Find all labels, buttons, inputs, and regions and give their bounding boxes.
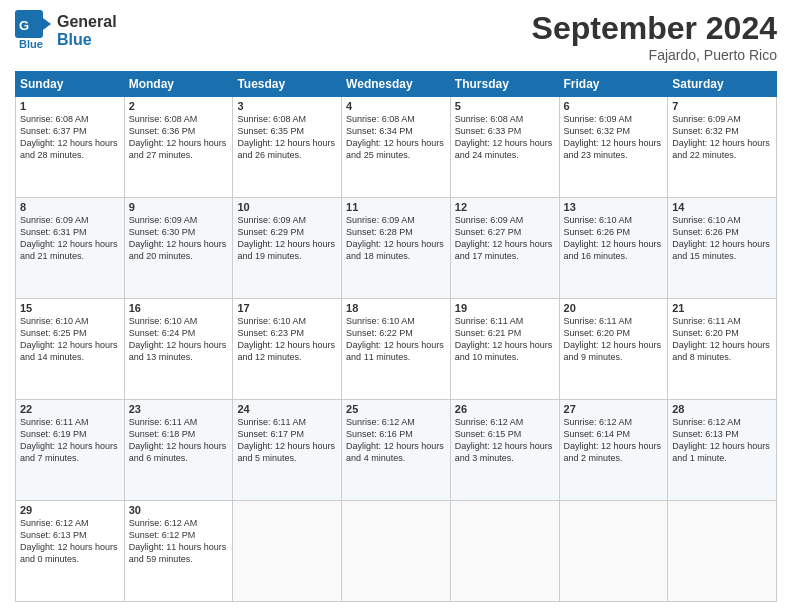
day-number: 9	[129, 201, 229, 213]
cell-info: Sunrise: 6:12 AMSunset: 6:14 PMDaylight:…	[564, 416, 664, 465]
week-row-3: 15Sunrise: 6:10 AMSunset: 6:25 PMDayligh…	[16, 299, 777, 400]
calendar-cell: 15Sunrise: 6:10 AMSunset: 6:25 PMDayligh…	[16, 299, 125, 400]
day-number: 28	[672, 403, 772, 415]
page: G Blue General Blue September 2024 Fajar…	[0, 0, 792, 612]
day-number: 13	[564, 201, 664, 213]
calendar-cell: 26Sunrise: 6:12 AMSunset: 6:15 PMDayligh…	[450, 400, 559, 501]
day-header-saturday: Saturday	[668, 72, 777, 97]
day-header-tuesday: Tuesday	[233, 72, 342, 97]
calendar-cell	[342, 501, 451, 602]
calendar-cell	[559, 501, 668, 602]
title-block: September 2024 Fajardo, Puerto Rico	[532, 10, 777, 63]
day-number: 3	[237, 100, 337, 112]
calendar-cell: 2Sunrise: 6:08 AMSunset: 6:36 PMDaylight…	[124, 97, 233, 198]
day-number: 17	[237, 302, 337, 314]
calendar-cell	[233, 501, 342, 602]
calendar-cell: 24Sunrise: 6:11 AMSunset: 6:17 PMDayligh…	[233, 400, 342, 501]
logo-text-blue: Blue	[57, 31, 117, 49]
cell-info: Sunrise: 6:11 AMSunset: 6:21 PMDaylight:…	[455, 315, 555, 364]
calendar-table: SundayMondayTuesdayWednesdayThursdayFrid…	[15, 71, 777, 602]
cell-info: Sunrise: 6:08 AMSunset: 6:37 PMDaylight:…	[20, 113, 120, 162]
calendar-cell	[668, 501, 777, 602]
calendar-cell: 19Sunrise: 6:11 AMSunset: 6:21 PMDayligh…	[450, 299, 559, 400]
day-number: 22	[20, 403, 120, 415]
calendar-cell: 29Sunrise: 6:12 AMSunset: 6:13 PMDayligh…	[16, 501, 125, 602]
cell-info: Sunrise: 6:11 AMSunset: 6:20 PMDaylight:…	[672, 315, 772, 364]
calendar-cell: 11Sunrise: 6:09 AMSunset: 6:28 PMDayligh…	[342, 198, 451, 299]
day-number: 29	[20, 504, 120, 516]
calendar-cell: 10Sunrise: 6:09 AMSunset: 6:29 PMDayligh…	[233, 198, 342, 299]
cell-info: Sunrise: 6:09 AMSunset: 6:27 PMDaylight:…	[455, 214, 555, 263]
calendar-cell: 1Sunrise: 6:08 AMSunset: 6:37 PMDaylight…	[16, 97, 125, 198]
location: Fajardo, Puerto Rico	[532, 47, 777, 63]
cell-info: Sunrise: 6:10 AMSunset: 6:22 PMDaylight:…	[346, 315, 446, 364]
calendar-cell: 22Sunrise: 6:11 AMSunset: 6:19 PMDayligh…	[16, 400, 125, 501]
cell-info: Sunrise: 6:11 AMSunset: 6:19 PMDaylight:…	[20, 416, 120, 465]
week-row-2: 8Sunrise: 6:09 AMSunset: 6:31 PMDaylight…	[16, 198, 777, 299]
calendar-cell: 3Sunrise: 6:08 AMSunset: 6:35 PMDaylight…	[233, 97, 342, 198]
week-row-1: 1Sunrise: 6:08 AMSunset: 6:37 PMDaylight…	[16, 97, 777, 198]
cell-info: Sunrise: 6:08 AMSunset: 6:33 PMDaylight:…	[455, 113, 555, 162]
cell-info: Sunrise: 6:11 AMSunset: 6:20 PMDaylight:…	[564, 315, 664, 364]
day-number: 6	[564, 100, 664, 112]
cell-info: Sunrise: 6:09 AMSunset: 6:32 PMDaylight:…	[564, 113, 664, 162]
day-number: 30	[129, 504, 229, 516]
day-number: 15	[20, 302, 120, 314]
day-number: 23	[129, 403, 229, 415]
day-header-thursday: Thursday	[450, 72, 559, 97]
cell-info: Sunrise: 6:08 AMSunset: 6:34 PMDaylight:…	[346, 113, 446, 162]
day-number: 18	[346, 302, 446, 314]
calendar-cell: 8Sunrise: 6:09 AMSunset: 6:31 PMDaylight…	[16, 198, 125, 299]
cell-info: Sunrise: 6:08 AMSunset: 6:35 PMDaylight:…	[237, 113, 337, 162]
calendar-cell: 4Sunrise: 6:08 AMSunset: 6:34 PMDaylight…	[342, 97, 451, 198]
day-number: 7	[672, 100, 772, 112]
calendar-header-row: SundayMondayTuesdayWednesdayThursdayFrid…	[16, 72, 777, 97]
day-number: 10	[237, 201, 337, 213]
calendar-cell	[450, 501, 559, 602]
cell-info: Sunrise: 6:11 AMSunset: 6:18 PMDaylight:…	[129, 416, 229, 465]
calendar-cell: 23Sunrise: 6:11 AMSunset: 6:18 PMDayligh…	[124, 400, 233, 501]
calendar-cell: 13Sunrise: 6:10 AMSunset: 6:26 PMDayligh…	[559, 198, 668, 299]
calendar-cell: 16Sunrise: 6:10 AMSunset: 6:24 PMDayligh…	[124, 299, 233, 400]
calendar-cell: 17Sunrise: 6:10 AMSunset: 6:23 PMDayligh…	[233, 299, 342, 400]
calendar-cell: 20Sunrise: 6:11 AMSunset: 6:20 PMDayligh…	[559, 299, 668, 400]
cell-info: Sunrise: 6:09 AMSunset: 6:31 PMDaylight:…	[20, 214, 120, 263]
day-number: 25	[346, 403, 446, 415]
calendar-cell: 25Sunrise: 6:12 AMSunset: 6:16 PMDayligh…	[342, 400, 451, 501]
cell-info: Sunrise: 6:10 AMSunset: 6:24 PMDaylight:…	[129, 315, 229, 364]
day-header-sunday: Sunday	[16, 72, 125, 97]
day-number: 5	[455, 100, 555, 112]
cell-info: Sunrise: 6:10 AMSunset: 6:26 PMDaylight:…	[564, 214, 664, 263]
calendar-cell: 30Sunrise: 6:12 AMSunset: 6:12 PMDayligh…	[124, 501, 233, 602]
cell-info: Sunrise: 6:11 AMSunset: 6:17 PMDaylight:…	[237, 416, 337, 465]
day-number: 27	[564, 403, 664, 415]
cell-info: Sunrise: 6:12 AMSunset: 6:13 PMDaylight:…	[672, 416, 772, 465]
svg-text:G: G	[19, 18, 29, 33]
day-number: 24	[237, 403, 337, 415]
svg-marker-1	[43, 18, 51, 30]
day-number: 16	[129, 302, 229, 314]
week-row-4: 22Sunrise: 6:11 AMSunset: 6:19 PMDayligh…	[16, 400, 777, 501]
day-header-friday: Friday	[559, 72, 668, 97]
day-number: 8	[20, 201, 120, 213]
logo: G Blue General Blue	[15, 10, 117, 52]
day-number: 1	[20, 100, 120, 112]
month-title: September 2024	[532, 10, 777, 47]
day-number: 11	[346, 201, 446, 213]
calendar-cell: 6Sunrise: 6:09 AMSunset: 6:32 PMDaylight…	[559, 97, 668, 198]
cell-info: Sunrise: 6:12 AMSunset: 6:15 PMDaylight:…	[455, 416, 555, 465]
week-row-5: 29Sunrise: 6:12 AMSunset: 6:13 PMDayligh…	[16, 501, 777, 602]
cell-info: Sunrise: 6:09 AMSunset: 6:32 PMDaylight:…	[672, 113, 772, 162]
calendar-cell: 5Sunrise: 6:08 AMSunset: 6:33 PMDaylight…	[450, 97, 559, 198]
calendar-body: 1Sunrise: 6:08 AMSunset: 6:37 PMDaylight…	[16, 97, 777, 602]
day-number: 19	[455, 302, 555, 314]
calendar-cell: 7Sunrise: 6:09 AMSunset: 6:32 PMDaylight…	[668, 97, 777, 198]
day-number: 4	[346, 100, 446, 112]
day-header-wednesday: Wednesday	[342, 72, 451, 97]
calendar-cell: 14Sunrise: 6:10 AMSunset: 6:26 PMDayligh…	[668, 198, 777, 299]
logo-icon: G Blue	[15, 10, 51, 52]
day-number: 26	[455, 403, 555, 415]
logo-text-general: General	[57, 13, 117, 31]
day-number: 2	[129, 100, 229, 112]
cell-info: Sunrise: 6:12 AMSunset: 6:12 PMDaylight:…	[129, 517, 229, 566]
